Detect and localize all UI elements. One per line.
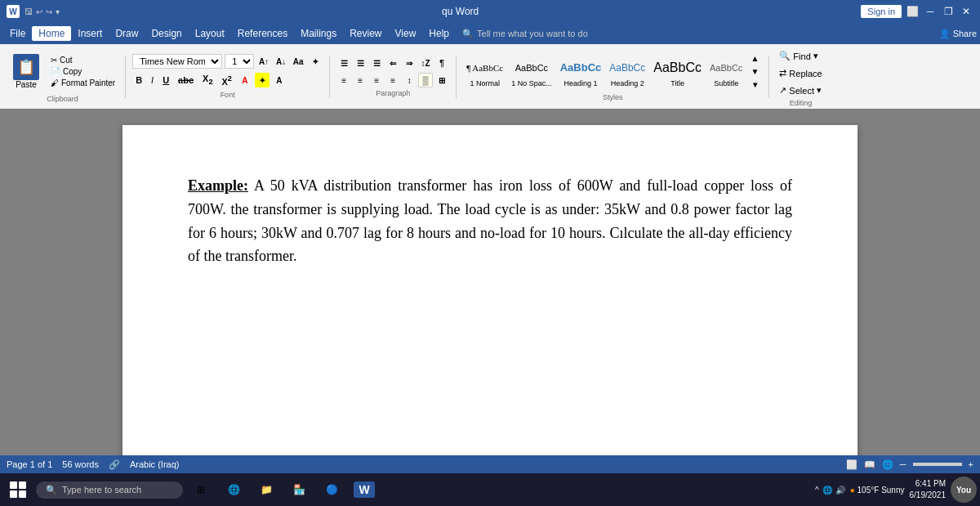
ribbon-row: 📋 Paste ✂ Cut 📄 Copy 🖌 [0,44,980,109]
menu-home[interactable]: Home [32,26,71,41]
font-label: Font [132,91,323,99]
menu-layout[interactable]: Layout [189,26,231,41]
align-left-button[interactable]: ≡ [336,73,351,87]
style-heading1[interactable]: AaBbCc Heading 1 [557,55,605,89]
align-right-button[interactable]: ≡ [369,73,384,87]
sign-in-button[interactable]: Sign in [861,5,902,18]
shrink-font-button[interactable]: A↓ [274,54,288,69]
zoom-plus-button[interactable]: + [969,459,973,469]
sort-button[interactable]: ↕Z [418,56,433,70]
menu-review[interactable]: Review [343,26,388,41]
justify-button[interactable]: ≡ [385,73,400,87]
font-name-select[interactable]: Times New Roma [132,54,222,69]
select-button[interactable]: ↗ Select ▾ [776,83,825,97]
word-taskbar-button[interactable]: W [350,475,379,504]
bold-button[interactable]: B [132,74,145,86]
document-page[interactable]: Example: A 50 kVA distribution transform… [122,125,858,455]
paste-button[interactable]: 📋 Paste [7,51,46,93]
user-avatar[interactable]: You [951,477,977,503]
font-color-button[interactable]: A [238,73,252,87]
status-bar: Page 1 of 1 56 words 🔗 Arabic (Iraq) ⬜ 📖… [0,455,980,473]
taskbar-right: ^ 🌐 🔊 ● 105°F Sunny 6:41 PM 6/19/2021 Yo… [815,477,977,503]
cut-button[interactable]: ✂ Cut [47,55,118,65]
bullets-button[interactable]: ☰ [336,56,351,70]
styles-down-button[interactable]: ▼ [747,65,762,78]
line-spacing-button[interactable]: ↕ [402,73,416,87]
para-row2: ≡ ≡ ≡ ≡ ↕ ▒ ⊞ [336,73,449,87]
increase-indent-button[interactable]: ⇒ [402,56,416,70]
style-heading2[interactable]: AaBbCc Heading 2 [606,55,648,89]
status-left: Page 1 of 1 56 words 🔗 Arabic (Iraq) [7,459,179,470]
clock[interactable]: 6:41 PM 6/19/2021 [910,478,947,501]
view-normal-icon[interactable]: ⬜ [846,459,858,470]
italic-button[interactable]: I [148,74,157,86]
menu-mailings[interactable]: Mailings [294,26,343,41]
minimize-button[interactable]: ─ [923,4,938,19]
tray-arrow-button[interactable]: ^ [815,486,819,495]
grow-font-button[interactable]: A↑ [256,54,271,69]
menu-insert[interactable]: Insert [71,26,109,41]
superscript-button[interactable]: X2 [219,74,235,87]
taskbar-search-box[interactable]: 🔍 Type here to search [36,481,183,499]
subscript-button[interactable]: X2 [199,73,216,87]
task-view-button[interactable]: ⊞ [186,475,216,504]
style-subtitle[interactable]: AaBbCc Subtitle [706,55,746,89]
menu-help[interactable]: Help [422,26,456,41]
decrease-indent-button[interactable]: ⇐ [385,56,400,70]
menu-file[interactable]: File [3,26,32,41]
restore2-button[interactable]: ❐ [941,4,956,19]
menu-draw[interactable]: Draw [109,26,145,41]
menu-view[interactable]: View [389,26,423,41]
copy-button[interactable]: 📄 Copy [47,66,118,77]
style-nospace-preview: AaBbCc [515,56,548,79]
font-color2-button[interactable]: A [272,73,287,87]
zoom-minus-button[interactable]: ─ [900,459,906,469]
tell-me[interactable]: 🔍 Tell me what you want to do [462,29,588,39]
highlight-button[interactable]: ✦ [255,73,270,87]
menu-references[interactable]: References [231,26,294,41]
find-button[interactable]: 🔍 Find ▾ [776,49,825,63]
close-button[interactable]: ✕ [959,4,973,19]
menu-bar: File Home Insert Draw Design Layout Refe… [0,23,980,44]
font-size-select[interactable]: 14 [225,54,254,69]
replace-button[interactable]: ⇄ Replace [776,66,825,80]
align-center-button[interactable]: ≡ [353,73,368,87]
underline-button[interactable]: U [159,74,172,86]
style-title[interactable]: AaBbCc Title [650,55,705,89]
borders-button[interactable]: ⊞ [434,73,449,87]
document-content[interactable]: Example: A 50 kVA distribution transform… [188,174,792,268]
start-button[interactable] [3,475,33,504]
style-subtitle-preview: AaBbCc [710,56,742,79]
title-bar-controls: 🖫 ↩ ↪ ▾ [24,7,60,16]
store-button[interactable]: 🏪 [284,475,314,504]
change-case-button[interactable]: Aa [291,54,305,69]
para-row1: ☰ ☰ ☰ ⇐ ⇒ ↕Z ¶ [336,56,449,70]
format-painter-button[interactable]: 🖌 Format Painter [47,78,118,88]
speaker-icon[interactable]: 🔊 [835,486,845,495]
numbering-button[interactable]: ☰ [353,56,368,70]
doc-container[interactable]: Example: A 50 kVA distribution transform… [0,109,980,455]
example-label: Example: [188,177,248,194]
network-icon[interactable]: 🌐 [822,486,832,495]
shading-button[interactable]: ▒ [418,73,433,87]
restore-button[interactable]: ⬜ [905,4,920,19]
share-button[interactable]: 👤 Share [939,29,977,39]
styles-up-button[interactable]: ▲ [747,52,762,65]
window-title: qu Word [60,6,861,17]
view-web-icon[interactable]: 🌐 [882,459,893,470]
paintbrush-icon: 🖌 [51,78,59,87]
view-reading-icon[interactable]: 📖 [864,459,875,470]
menu-design[interactable]: Design [145,26,188,41]
zoom-slider[interactable] [913,463,962,466]
style-normal[interactable]: ¶ AaBbCc 1 Normal [463,55,506,89]
show-formatting-button[interactable]: ¶ [434,56,449,70]
strikethrough-button[interactable]: abc [175,74,197,86]
multilevel-button[interactable]: ☰ [369,56,384,70]
file-explorer-button[interactable]: 📁 [252,475,281,504]
styles-more-button[interactable]: ▾ [747,78,762,92]
edge-browser-button[interactable]: 🌐 [219,475,248,504]
styles-area: ¶ AaBbCc 1 Normal AaBbCc 1 No Spac... Aa… [463,52,762,92]
chrome-button[interactable]: 🔵 [317,475,346,504]
style-nospace[interactable]: AaBbCc 1 No Spac... [508,55,555,89]
clear-formatting-button[interactable]: ✦ [308,54,323,69]
